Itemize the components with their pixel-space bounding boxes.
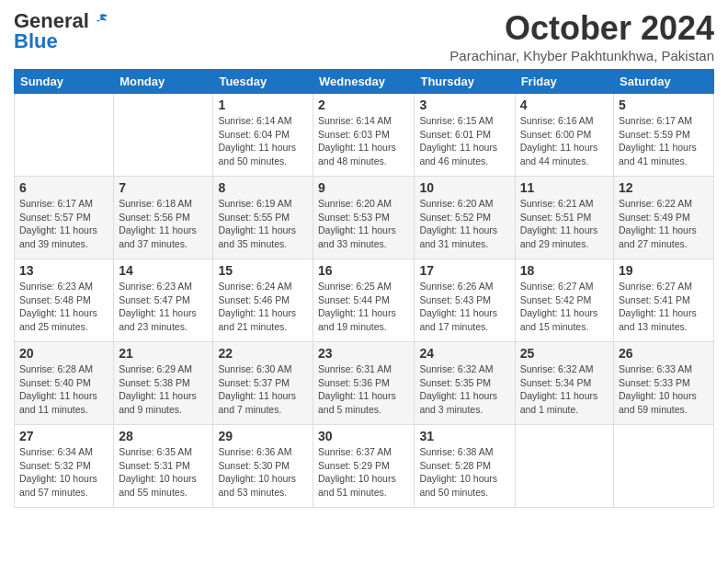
day-info: Sunrise: 6:19 AMSunset: 5:55 PMDaylight:… — [218, 197, 308, 251]
calendar-cell: 27Sunrise: 6:34 AMSunset: 5:32 PMDayligh… — [15, 425, 114, 508]
calendar-cell: 15Sunrise: 6:24 AMSunset: 5:46 PMDayligh… — [213, 259, 313, 342]
day-number: 19 — [619, 263, 709, 278]
day-info: Sunrise: 6:30 AMSunset: 5:37 PMDaylight:… — [218, 362, 308, 417]
day-number: 22 — [218, 346, 308, 361]
day-info: Sunrise: 6:27 AMSunset: 5:41 PMDaylight:… — [619, 280, 709, 334]
day-number: 2 — [318, 98, 409, 112]
calendar-cell: 6Sunrise: 6:17 AMSunset: 5:57 PMDaylight… — [15, 177, 114, 259]
day-info: Sunrise: 6:31 AMSunset: 5:36 PMDaylight:… — [318, 362, 409, 417]
calendar-cell: 7Sunrise: 6:18 AMSunset: 5:56 PMDaylight… — [114, 177, 213, 259]
day-info: Sunrise: 6:26 AMSunset: 5:43 PMDaylight:… — [419, 280, 509, 334]
day-info: Sunrise: 6:16 AMSunset: 6:00 PMDaylight:… — [520, 114, 609, 168]
day-number: 10 — [419, 180, 509, 195]
day-number: 1 — [218, 98, 308, 112]
day-info: Sunrise: 6:24 AMSunset: 5:46 PMDaylight:… — [218, 280, 308, 334]
calendar-cell: 10Sunrise: 6:20 AMSunset: 5:52 PMDayligh… — [415, 177, 515, 259]
day-info: Sunrise: 6:38 AMSunset: 5:28 PMDaylight:… — [419, 445, 509, 500]
day-info: Sunrise: 6:32 AMSunset: 5:34 PMDaylight:… — [520, 362, 609, 417]
day-info: Sunrise: 6:37 AMSunset: 5:29 PMDaylight:… — [318, 445, 409, 500]
calendar-cell: 2Sunrise: 6:14 AMSunset: 6:03 PMDaylight… — [313, 94, 415, 177]
day-number: 12 — [619, 180, 709, 195]
day-info: Sunrise: 6:32 AMSunset: 5:35 PMDaylight:… — [419, 362, 509, 417]
logo: General Blue — [14, 9, 109, 53]
day-number: 9 — [318, 180, 409, 195]
calendar-cell: 30Sunrise: 6:37 AMSunset: 5:29 PMDayligh… — [313, 425, 415, 508]
day-info: Sunrise: 6:34 AMSunset: 5:32 PMDaylight:… — [19, 445, 108, 500]
day-info: Sunrise: 6:25 AMSunset: 5:44 PMDaylight:… — [318, 280, 409, 334]
day-number: 26 — [619, 346, 709, 361]
weekday-header-thursday: Thursday — [415, 70, 515, 94]
day-info: Sunrise: 6:14 AMSunset: 6:03 PMDaylight:… — [318, 114, 409, 168]
calendar-cell: 20Sunrise: 6:28 AMSunset: 5:40 PMDayligh… — [15, 342, 114, 425]
calendar-cell: 25Sunrise: 6:32 AMSunset: 5:34 PMDayligh… — [515, 342, 613, 425]
day-number: 25 — [520, 346, 609, 361]
day-number: 15 — [218, 263, 308, 278]
day-number: 23 — [318, 346, 409, 361]
day-number: 29 — [218, 429, 308, 443]
day-number: 28 — [119, 429, 208, 443]
calendar-cell: 16Sunrise: 6:25 AMSunset: 5:44 PMDayligh… — [313, 259, 415, 342]
calendar-cell: 19Sunrise: 6:27 AMSunset: 5:41 PMDayligh… — [614, 259, 714, 342]
calendar-table: SundayMondayTuesdayWednesdayThursdayFrid… — [14, 69, 714, 508]
day-number: 16 — [318, 263, 409, 278]
calendar-cell: 22Sunrise: 6:30 AMSunset: 5:37 PMDayligh… — [213, 342, 313, 425]
calendar-cell — [15, 94, 114, 177]
day-number: 30 — [318, 429, 409, 443]
day-info: Sunrise: 6:21 AMSunset: 5:51 PMDaylight:… — [520, 197, 609, 251]
weekday-header-monday: Monday — [114, 70, 213, 94]
day-info: Sunrise: 6:23 AMSunset: 5:48 PMDaylight:… — [19, 280, 108, 334]
calendar-cell: 3Sunrise: 6:15 AMSunset: 6:01 PMDaylight… — [415, 94, 515, 177]
weekday-header-saturday: Saturday — [614, 70, 714, 94]
day-info: Sunrise: 6:36 AMSunset: 5:30 PMDaylight:… — [218, 445, 308, 500]
page-header: General Blue October 2024 Parachinar, Kh… — [14, 9, 714, 63]
day-info: Sunrise: 6:23 AMSunset: 5:47 PMDaylight:… — [119, 280, 208, 334]
day-number: 31 — [419, 429, 509, 443]
month-title: October 2024 — [449, 9, 714, 48]
day-number: 17 — [419, 263, 509, 278]
day-number: 14 — [119, 263, 208, 278]
day-number: 7 — [119, 180, 208, 195]
weekday-header-wednesday: Wednesday — [313, 70, 415, 94]
weekday-header-sunday: Sunday — [15, 70, 114, 94]
calendar-cell: 14Sunrise: 6:23 AMSunset: 5:47 PMDayligh… — [114, 259, 213, 342]
calendar-cell: 13Sunrise: 6:23 AMSunset: 5:48 PMDayligh… — [15, 259, 114, 342]
calendar-cell: 1Sunrise: 6:14 AMSunset: 6:04 PMDaylight… — [213, 94, 313, 177]
calendar-cell: 17Sunrise: 6:26 AMSunset: 5:43 PMDayligh… — [415, 259, 515, 342]
day-number: 20 — [19, 346, 108, 361]
calendar-cell: 29Sunrise: 6:36 AMSunset: 5:30 PMDayligh… — [213, 425, 313, 508]
day-info: Sunrise: 6:14 AMSunset: 6:04 PMDaylight:… — [218, 114, 308, 168]
day-info: Sunrise: 6:18 AMSunset: 5:56 PMDaylight:… — [119, 197, 208, 251]
day-number: 5 — [619, 98, 709, 112]
calendar-cell: 4Sunrise: 6:16 AMSunset: 6:00 PMDaylight… — [515, 94, 613, 177]
day-info: Sunrise: 6:17 AMSunset: 5:59 PMDaylight:… — [619, 114, 709, 168]
calendar-cell: 24Sunrise: 6:32 AMSunset: 5:35 PMDayligh… — [415, 342, 515, 425]
calendar-cell: 5Sunrise: 6:17 AMSunset: 5:59 PMDaylight… — [614, 94, 714, 177]
day-info: Sunrise: 6:17 AMSunset: 5:57 PMDaylight:… — [19, 197, 108, 251]
day-info: Sunrise: 6:27 AMSunset: 5:42 PMDaylight:… — [520, 280, 609, 334]
day-number: 3 — [419, 98, 509, 112]
day-number: 4 — [520, 98, 609, 112]
day-number: 21 — [119, 346, 208, 361]
logo-blue: Blue — [14, 29, 58, 53]
day-info: Sunrise: 6:35 AMSunset: 5:31 PMDaylight:… — [119, 445, 208, 500]
logo-bird-icon — [91, 13, 109, 29]
calendar-cell: 8Sunrise: 6:19 AMSunset: 5:55 PMDaylight… — [213, 177, 313, 259]
calendar-cell: 11Sunrise: 6:21 AMSunset: 5:51 PMDayligh… — [515, 177, 613, 259]
calendar-cell: 31Sunrise: 6:38 AMSunset: 5:28 PMDayligh… — [415, 425, 515, 508]
calendar-cell: 28Sunrise: 6:35 AMSunset: 5:31 PMDayligh… — [114, 425, 213, 508]
day-number: 24 — [419, 346, 509, 361]
weekday-header-friday: Friday — [515, 70, 613, 94]
day-info: Sunrise: 6:29 AMSunset: 5:38 PMDaylight:… — [119, 362, 208, 417]
calendar-cell: 21Sunrise: 6:29 AMSunset: 5:38 PMDayligh… — [114, 342, 213, 425]
day-info: Sunrise: 6:33 AMSunset: 5:33 PMDaylight:… — [619, 362, 709, 417]
day-number: 8 — [218, 180, 308, 195]
day-info: Sunrise: 6:22 AMSunset: 5:49 PMDaylight:… — [619, 197, 709, 251]
calendar-cell — [614, 425, 714, 508]
day-number: 11 — [520, 180, 609, 195]
weekday-header-tuesday: Tuesday — [213, 70, 313, 94]
calendar-cell: 26Sunrise: 6:33 AMSunset: 5:33 PMDayligh… — [614, 342, 714, 425]
day-info: Sunrise: 6:28 AMSunset: 5:40 PMDaylight:… — [19, 362, 108, 417]
title-section: October 2024 Parachinar, Khyber Pakhtunk… — [449, 9, 714, 63]
day-info: Sunrise: 6:20 AMSunset: 5:53 PMDaylight:… — [318, 197, 409, 251]
subtitle: Parachinar, Khyber Pakhtunkhwa, Pakistan — [449, 48, 714, 63]
